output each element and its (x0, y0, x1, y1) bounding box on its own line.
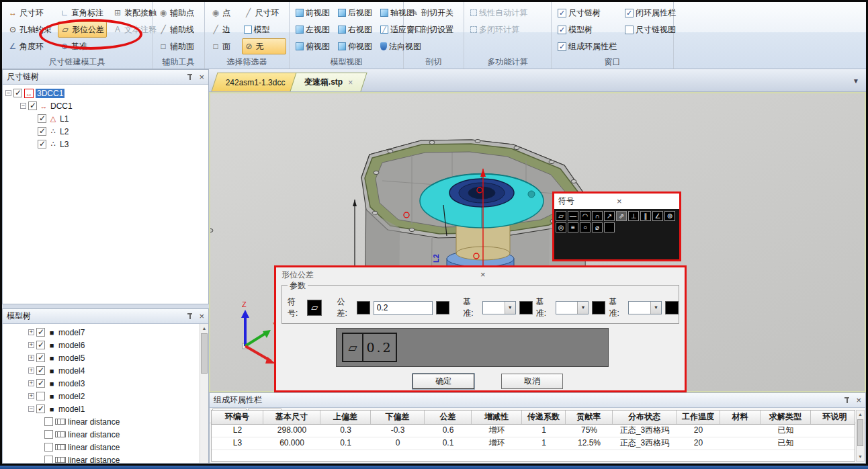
dimension-ring-button[interactable]: ↔尺寸环 (6, 5, 54, 21)
tolerance-suffix-button[interactable] (436, 301, 449, 314)
checkbox[interactable]: ✓ (38, 127, 46, 136)
filter-point-button[interactable]: ◉点 (209, 5, 238, 21)
pin-icon[interactable] (844, 396, 851, 404)
symbol-symmetry[interactable]: ≡ (568, 222, 578, 232)
scroll-up-icon[interactable]: ▲ (200, 324, 208, 333)
text-annotation-button[interactable]: A文本注释 (111, 22, 159, 38)
datum-select-2[interactable]: ▼ (556, 301, 589, 314)
dialog-title-bar[interactable]: 符号 × (554, 194, 679, 209)
col-distribution[interactable]: 分布状态 (613, 411, 677, 424)
scroll-up-icon[interactable]: ▲ (857, 411, 864, 419)
top-view-button[interactable]: 俯视图 (294, 38, 332, 54)
scroll-down-icon[interactable]: ▼ (857, 453, 864, 461)
model-tree-scrollbar[interactable]: ▲ (200, 324, 208, 463)
tree-node-l3[interactable]: ✓ ∴ L3 (5, 138, 208, 151)
close-icon[interactable]: × (617, 198, 675, 206)
aux-point-button[interactable]: ◉辅助点 (157, 5, 202, 21)
symbol-circularity[interactable]: ○ (580, 222, 591, 232)
tree-node-model3[interactable]: +✓■model3 (28, 377, 208, 390)
symbol-blank[interactable] (604, 222, 615, 232)
tree-node-linear-distance[interactable]: linear distance (28, 441, 208, 454)
angle-ring-button[interactable]: ∠角度环 (6, 38, 54, 54)
tree-node-l2[interactable]: ✓ ∴ L2 (5, 125, 208, 138)
tab-gearbox-active[interactable]: 变速箱.stp× (290, 73, 367, 91)
col-transfer-coef[interactable]: 传递系数 (522, 411, 566, 424)
expand-icon[interactable]: + (28, 393, 34, 399)
datum-modifier-1[interactable] (519, 301, 533, 314)
section-toggle-button[interactable]: ✎剖切开关 (408, 5, 461, 21)
component-ring-panel-checkbox[interactable]: ✓组成环属性栏 (556, 38, 619, 54)
col-ring-note[interactable]: 环说明 (811, 411, 855, 424)
tolerance-input[interactable] (374, 301, 433, 315)
geometric-tolerance-button[interactable]: ▱形位公差 (58, 22, 107, 38)
close-icon[interactable]: × (480, 271, 679, 279)
dropdown-icon[interactable]: ▼ (577, 302, 588, 314)
hole-axis-constraint-button[interactable]: ⊙孔轴约束 (6, 22, 54, 38)
checkbox[interactable]: ✓ (36, 328, 45, 337)
tab-list-dropdown-icon[interactable]: ▼ (853, 77, 859, 85)
dropdown-icon[interactable]: ▼ (505, 302, 515, 314)
checkbox[interactable] (44, 443, 53, 452)
tree-node-linear-distance[interactable]: linear distance (28, 415, 208, 428)
col-material[interactable]: 材料 (720, 411, 761, 424)
datum-select-3[interactable]: ▼ (628, 301, 662, 314)
tree-node-model4[interactable]: +✓■model4 (28, 364, 208, 377)
col-contribution[interactable]: 贡献率 (566, 411, 613, 424)
filter-face-button[interactable]: □面 (209, 38, 238, 54)
table-scrollbar[interactable]: ▲ ▼ (856, 410, 865, 462)
scrollbar-thumb[interactable] (201, 333, 208, 374)
tree-node-linear-distance[interactable]: linear distance (28, 454, 208, 463)
col-solve-type[interactable]: 求解类型 (761, 411, 811, 424)
back-view-button[interactable]: 后视图 (336, 5, 374, 21)
col-tolerance[interactable]: 公差 (425, 411, 472, 424)
col-work-temp[interactable]: 工作温度 (677, 411, 720, 424)
tree-node-l1[interactable]: ✓ △ L1 (5, 112, 208, 125)
chain-view-checkbox[interactable]: 尺寸链视图 (623, 22, 678, 38)
checkbox[interactable]: ✓ (36, 341, 45, 349)
datum-select-1[interactable]: ▼ (482, 301, 516, 314)
checkbox[interactable]: ✓ (13, 89, 22, 97)
expand-icon[interactable]: + (28, 355, 34, 361)
symbol-picker-button[interactable]: ▱ (307, 300, 322, 316)
tree-node-model7[interactable]: +✓■model7 (28, 326, 208, 339)
checkbox[interactable] (44, 417, 53, 426)
col-upper-dev[interactable]: 上偏差 (320, 411, 371, 424)
collapse-icon[interactable]: − (28, 406, 34, 412)
symbol-flatness[interactable]: ▱ (556, 211, 566, 221)
multi-loop-calc-button[interactable]: 多闭环计算 (468, 22, 548, 38)
table-row[interactable]: L2 298.000 0.3 -0.3 0.6 增环 1 75% 正态_3西格玛… (212, 425, 855, 437)
closed-loop-panel-checkbox[interactable]: ✓闭环属性栏 (623, 5, 678, 21)
pin-icon[interactable] (187, 73, 193, 81)
symbol-parallelism[interactable]: ∥ (640, 211, 651, 221)
symbol-perpendicularity[interactable]: ⊥ (628, 211, 639, 221)
tree-node-model6[interactable]: +✓■model6 (28, 339, 208, 351)
datum-modifier-2[interactable] (592, 301, 605, 314)
col-basic-size[interactable]: 基本尺寸 (263, 411, 320, 424)
symbol-straightness[interactable]: — (568, 211, 578, 221)
symbol-total-runout[interactable]: ⇗ (616, 211, 627, 221)
expand-icon[interactable]: + (28, 380, 34, 386)
tab-242asm1[interactable]: 242asm1-1.3dcc (211, 73, 300, 91)
datum-button[interactable]: ⊕基准 (58, 38, 107, 54)
col-ring-id[interactable]: 环编号 (212, 411, 263, 424)
col-lower-dev[interactable]: 下偏差 (371, 411, 425, 424)
tree-node-linear-distance[interactable]: linear distance (28, 428, 208, 441)
table-row[interactable]: L3 60.000 0.1 0 0.1 增环 1 12.5% 正态_3西格玛 2… (212, 437, 855, 450)
tolerance-prefix-button[interactable] (357, 301, 370, 314)
symbol-cylindricity[interactable]: ⌀ (592, 222, 603, 232)
checkbox[interactable] (44, 456, 53, 463)
checkbox[interactable] (44, 430, 53, 439)
checkbox[interactable]: ✓ (38, 114, 46, 123)
expand-icon[interactable]: + (28, 329, 34, 335)
linear-auto-calc-button[interactable]: 线性自动计算 (468, 5, 548, 21)
expand-icon[interactable]: + (28, 342, 34, 348)
front-view-button[interactable]: 前视图 (294, 5, 332, 21)
collapse-icon[interactable]: − (5, 90, 11, 96)
expand-icon[interactable]: + (28, 368, 34, 374)
symbol-profile-surface[interactable]: ◠ (580, 211, 591, 221)
close-icon[interactable]: × (199, 312, 204, 321)
checkbox[interactable]: ✓ (36, 366, 45, 375)
left-view-button[interactable]: 左视图 (294, 22, 332, 38)
collapse-icon[interactable]: − (20, 103, 26, 109)
tree-node-model1[interactable]: −✓■model1 (28, 402, 208, 415)
